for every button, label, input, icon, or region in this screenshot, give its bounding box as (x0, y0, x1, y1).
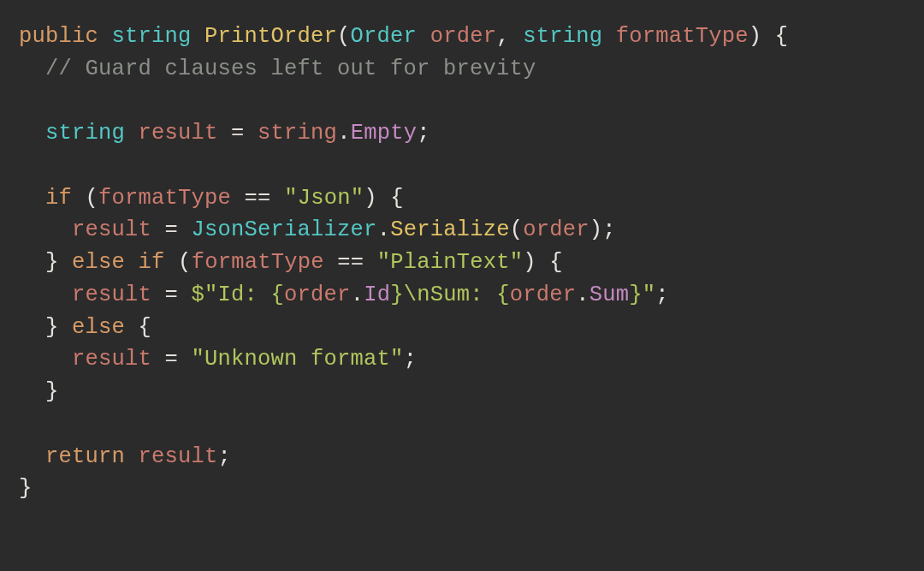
param-type-string: string (523, 24, 602, 49)
interp-suffix: }" (629, 283, 655, 307)
interp-prefix: $"Id: { (192, 283, 285, 307)
ident-formattype-2: formatType (192, 250, 324, 275)
arg-order: order (523, 217, 589, 242)
var-result-assign-3: result (72, 347, 151, 372)
local-type-string: string (45, 121, 125, 146)
string-json: "Json" (284, 186, 364, 211)
prop-id: Id (364, 283, 390, 307)
param-order: order (430, 24, 497, 49)
interp-order-2: order (510, 283, 577, 307)
prop-sum: Sum (589, 283, 630, 307)
interp-mid: }\nSum: { (390, 283, 510, 307)
code-block: public string PrintOrder(Order order, st… (0, 0, 924, 526)
keyword-else: else (72, 250, 125, 275)
ident-formattype: formatType (98, 186, 231, 211)
method-serialize: Serialize (390, 217, 510, 242)
var-result-assign: result (72, 217, 151, 242)
var-result-assign-2: result (72, 283, 151, 307)
var-result: result (139, 121, 218, 146)
return-type: string (112, 24, 192, 49)
keyword-if-2: if (139, 250, 165, 275)
op-eqeq-2: == (337, 250, 364, 275)
keyword-public: public (19, 24, 98, 49)
keyword-else-2: else (72, 315, 125, 340)
param-formattype: formatType (616, 24, 749, 49)
param-type-order: Order (351, 24, 418, 49)
class-jsonserializer: JsonSerializer (192, 217, 377, 242)
keyword-if: if (45, 186, 72, 211)
return-result: result (139, 444, 218, 469)
prop-empty: Empty (351, 121, 418, 146)
keyword-return: return (45, 444, 125, 469)
ident-string: string (258, 121, 337, 146)
op-eqeq: == (245, 186, 271, 211)
method-name: PrintOrder (204, 24, 337, 49)
string-unknown: "Unknown format" (192, 347, 404, 372)
comment-guard: // Guard clauses left out for brevity (45, 57, 536, 81)
interp-order-1: order (284, 283, 351, 307)
string-plaintext: "PlainText" (377, 250, 524, 275)
